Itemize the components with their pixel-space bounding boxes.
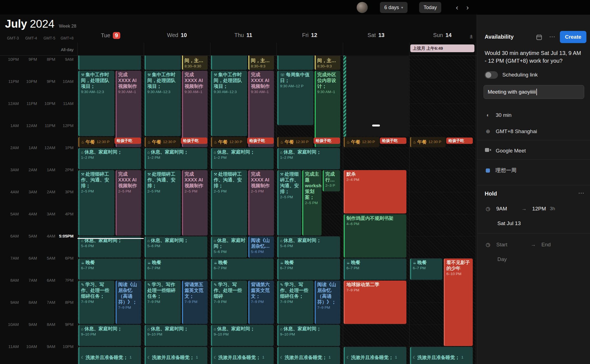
event-block[interactable]: ☏每周集中值日；9:30 AM–12 P [277,71,314,125]
event-block[interactable]: ☕晚餐6–7 PM [145,259,207,280]
availability-hold-bar[interactable] [343,56,346,137]
meeting-title-input[interactable]: Meeting with gaoyiiiii [484,85,584,99]
start-placeholder[interactable]: Start [496,242,507,248]
day-placeholder[interactable]: Day [497,256,507,262]
event-block[interactable]: ☕晚餐6–7 PM [344,259,406,280]
hold-start-time[interactable]: 9AM [496,206,507,212]
event-badge[interactable]: 给孩子吃 [380,138,406,144]
event-block[interactable]: 完成外区位内容设计；9:30 AM–1 [315,71,341,147]
event-block[interactable]: ✎学习、写作、处理一些细碎任务；7–9 PM [78,281,114,324]
event-block[interactable]: ⌂休息、家庭时间；9–10 PM [277,325,340,346]
day-header[interactable]: Thu11 [210,32,276,38]
event-block[interactable]: ⚒处理细碎工作、沟通、安排；2–5 PM [78,170,114,236]
event-block[interactable]: ⚒处理细碎工作、沟通、安排；2–5 PM [277,170,301,236]
event-block[interactable]: ⌂休息、家庭时间；1–2 PM [211,148,274,169]
event-block[interactable]: ✎学习、写作、处理一些细碎任务；7–9 PM [277,281,314,324]
event-block[interactable]: 阅读《山居杂忆（高诵芬）》；7–9 PM [116,281,142,324]
event-block[interactable]: ☾洗漱并且准备睡觉；1 [277,347,340,364]
event-block[interactable]: ♨午餐12:30 P [410,137,446,147]
scheduling-link-toggle[interactable] [485,71,498,79]
event-block[interactable] [145,56,181,70]
duration-row[interactable]: ◐ 30 min [485,112,511,118]
event-badge[interactable]: 给孩子吃 [114,138,141,144]
prev-arrow-icon[interactable]: ‹ [453,3,461,12]
event-block[interactable]: ♨午餐12:30 P [145,137,180,147]
event-block[interactable]: ⌂休息、家庭时间；1–2 PM [78,148,141,169]
event-block[interactable]: ♨午餐12:30 P [344,137,379,147]
event-block[interactable]: 背诵第六篇英文范文；7–9 PM [248,281,274,324]
event-block[interactable]: ♨午餐12:30 P [78,137,114,147]
event-block[interactable]: 阅读《山居杂忆（高诵芬）》；7–9 PM [315,281,341,324]
hold-time-row[interactable]: ◷ 9AM → 12PM 3h [485,205,555,212]
event-block[interactable]: 间，主…8:30–9:30 [182,56,208,70]
event-block[interactable]: ♨午餐12:30 P [211,137,247,147]
today-button[interactable]: Today [419,2,441,13]
day-header[interactable]: Fri12 [276,32,343,38]
event-badge[interactable]: 给孩子吃 [446,138,473,144]
conferencing-row[interactable]: Google Meet [485,147,526,154]
event-block[interactable]: 完成XXXX AI 视频制作9:30 AM–1 [116,71,142,147]
user-avatar[interactable] [357,2,368,13]
event-block[interactable]: 完成XXXX AI 视频制作9:30 AM–1 [248,71,274,147]
more-options-icon[interactable]: ⋯ [549,33,555,40]
event-block[interactable]: ⌂休息、家庭时间；5–6 PM [277,236,340,258]
new-hold-time-row[interactable]: ◷ Start → End [485,241,551,248]
event-block[interactable]: 地球脉动第二季7–9 PM [344,281,406,324]
calendar-icon[interactable] [536,34,542,41]
event-block[interactable]: ☕晚餐6–7 PM [211,259,274,280]
event-block[interactable]: ⚒处理细碎工作、沟通、安排；2–5 PM [211,170,247,236]
event-block[interactable]: ⚒集中工作时间，处理团队项目；9:30 AM–12:3 [78,71,114,136]
event-block[interactable]: 制作鸡蛋内不规则书架4–6 PM [344,214,406,258]
event-block[interactable]: ✎学习、写作处理一些细碎任务；7–9 PM [145,281,181,324]
event-block[interactable]: 间，主…8:30–9:3 [315,56,341,70]
hold-date[interactable]: Sat Jul 13 [497,220,521,226]
event-block[interactable]: ☕晚餐6–7 PM [78,259,141,280]
event-block[interactable]: ⚒处理细碎工作、沟通、安排；2–5 PM [145,170,181,236]
event-block[interactable]: ⚒集中工作时间，处理团队项目；9:30 AM–12:3 [145,71,181,136]
event-block[interactable]: 看不见影子的少年6–10 PM [444,259,473,346]
event-block[interactable]: ⌂休息、家庭时间；5–6 PM [78,236,141,258]
timezone-settings-icon[interactable]: ± [470,33,473,39]
event-block[interactable]: ☾洗漱并且准备睡觉；1 [344,347,406,364]
event-badge[interactable]: 给孩子吃 [181,138,207,144]
event-block[interactable]: ✎学习、写作、处理一些细碎7–9 PM [211,281,247,324]
timezone-row[interactable]: ⊕ GMT+8 Shanghai [485,128,537,134]
event-block[interactable] [78,56,141,70]
hold-end-time[interactable]: 12PM [532,206,546,212]
event-block[interactable]: ⌂休息、家庭时间；1–2 PM [145,148,207,169]
event-block[interactable]: ♨午餐12:30 P [277,137,313,147]
next-arrow-icon[interactable]: › [463,3,472,12]
event-block[interactable]: ☾洗漱并且准备睡觉；1 [145,347,207,364]
event-block[interactable] [277,56,314,70]
hold-drag-handle[interactable] [372,125,380,126]
event-block[interactable]: 默杀2–4 PM [344,170,406,213]
event-block[interactable]: 完成XXXX AI 视频制作2–5 PM [182,170,208,236]
event-block[interactable]: 完成XXXX AI 视频制作2–5 PM [116,170,142,236]
event-block[interactable]: 完成行…2–3 P [323,170,340,191]
event-badge[interactable]: 给孩子吃 [314,138,340,144]
event-block[interactable]: 完成XXXX AI 视频制作9:30 AM–1 [182,71,208,147]
event-badge[interactable]: 给孩子吃 [247,138,274,144]
view-selector-button[interactable]: 6 days ▾ [380,2,408,13]
create-button[interactable]: Create [560,31,586,43]
event-block[interactable]: ☕晚餐6–7 PM [277,259,340,280]
event-block[interactable]: ⌂休息、家庭时间；5–6 PM [211,236,247,258]
event-block[interactable]: ☕晚餐6–7 PM [410,259,442,280]
day-header[interactable]: Tue9 [77,32,144,39]
event-block[interactable]: ⌂休息、家庭时间；9–10 PM [145,325,207,346]
event-block[interactable]: 间，主…8:30–9:3 [248,56,274,70]
event-block[interactable]: ☾洗漱并且准备睡觉；1 [78,347,141,364]
event-block[interactable] [211,56,247,70]
event-block[interactable]: 阅读《山居杂忆…5–6 PM [248,236,274,258]
event-block[interactable]: ⌂休息、家庭时间；9–10 PM [211,325,274,346]
event-block[interactable]: ⚒集中工作时间，处理团队项目；9:30 AM–12:3 [211,71,247,136]
event-block[interactable]: ⌂休息、家庭时间；5–6 PM [145,236,207,258]
day-header[interactable]: Sat13 [343,32,409,38]
event-block[interactable]: ⌂休息、家庭时间；1–2 PM [277,148,340,169]
event-block[interactable]: 完成XXXX AI 视频制作2–5 PM [248,170,274,236]
event-block[interactable]: ☾洗漱并且准备睡觉；1 [211,347,274,364]
hold-more-icon[interactable]: ⋯ [578,189,584,197]
day-header[interactable]: Wed10 [144,32,210,38]
event-block[interactable]: ☾洗漱并且准备睡觉；1 [410,347,473,364]
day-header[interactable]: Sun14 [409,32,476,38]
